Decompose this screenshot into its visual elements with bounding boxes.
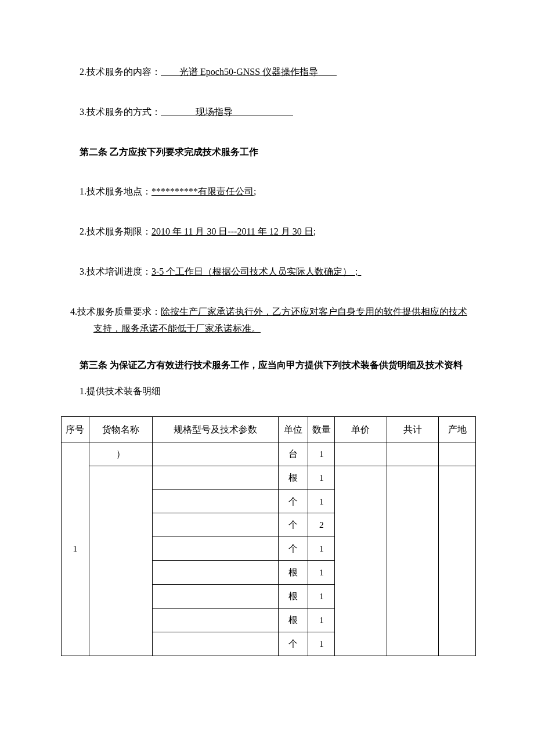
table-row: 1 ） 台 1 xyxy=(62,442,476,466)
cell-qty: 1 xyxy=(308,442,335,466)
blank-after-content xyxy=(318,67,337,77)
cell-qty: 2 xyxy=(308,513,335,537)
cell-spec xyxy=(153,489,279,513)
table-row: 根 1 xyxy=(62,466,476,489)
cell-spec xyxy=(153,585,279,609)
para-service-period: 2.技术服务期限：2010 年 11 月 30 日---2011 年 12 月 … xyxy=(61,224,476,240)
para-service-method: 3.技术服务的方式： 现场指导 xyxy=(61,104,476,121)
cell-origin xyxy=(439,442,476,466)
label-service-location: 1.技术服务地点： xyxy=(80,186,151,196)
equipment-table: 序号 货物名称 规格型号及技术参数 单位 数量 单价 共计 产地 1 ） 台 1 xyxy=(61,416,476,656)
blank-before-content xyxy=(161,67,179,77)
table-header-row: 序号 货物名称 规格型号及技术参数 单位 数量 单价 共计 产地 xyxy=(62,416,476,442)
cell-qty: 1 xyxy=(308,585,335,609)
cell-qty: 1 xyxy=(308,537,335,561)
th-origin: 产地 xyxy=(439,416,476,442)
th-qty: 数量 xyxy=(308,416,335,442)
cell-spec xyxy=(153,513,279,537)
section3-heading-bold1: 第三条 为保证乙方有效进行技术服务工作， xyxy=(80,360,258,370)
label-service-content: 2.技术服务的内容： xyxy=(80,67,161,77)
cell-qty: 1 xyxy=(308,632,335,656)
blank-after-method xyxy=(233,107,293,117)
section3-heading: 第三条 为保证乙方有效进行技术服务工作，应当向甲方提供下列技术装备供货明细及技术… xyxy=(61,353,476,377)
tail-service-period: ; xyxy=(313,226,316,236)
cell-unit: 个 xyxy=(278,537,308,561)
cell-spec xyxy=(153,537,279,561)
cell-unit: 台 xyxy=(278,442,308,466)
th-unit: 单位 xyxy=(278,416,308,442)
cell-unit: 根 xyxy=(278,466,308,489)
value-service-period: 2010 年 11 月 30 日---2011 年 12 月 30 日 xyxy=(151,226,313,236)
document-page: 2.技术服务的内容： 光谱 Epoch50-GNSS 仪器操作指导 3.技术服务… xyxy=(0,0,534,691)
cell-name xyxy=(89,466,152,656)
cell-total xyxy=(387,442,438,466)
label-quality-requirement: 4.技术服务质量要求： xyxy=(70,307,161,316)
th-seq: 序号 xyxy=(62,416,89,442)
blank-before-method xyxy=(161,107,196,117)
cell-qty: 1 xyxy=(308,609,335,632)
th-spec: 规格型号及技术参数 xyxy=(153,416,279,442)
label-training-progress: 3.技术培训进度： xyxy=(80,267,151,276)
cell-spec xyxy=(153,609,279,632)
cell-spec xyxy=(153,632,279,656)
cell-origin xyxy=(439,466,476,656)
cell-unit: 个 xyxy=(278,489,308,513)
th-price: 单价 xyxy=(335,416,387,442)
cell-name: ） xyxy=(89,442,152,466)
cell-total xyxy=(387,466,438,656)
label-service-period: 2.技术服务期限： xyxy=(80,226,151,236)
cell-qty: 1 xyxy=(308,489,335,513)
value-service-location: **********有限责任公司 xyxy=(151,186,254,196)
cell-qty: 1 xyxy=(308,561,335,585)
label-service-method: 3.技术服务的方式： xyxy=(80,107,161,117)
value-service-method: 现场指导 xyxy=(196,107,233,117)
tail-service-location: ; xyxy=(254,186,256,196)
cell-unit: 根 xyxy=(278,609,308,632)
value-training-progress: 3-5 个工作日（根据公司技术人员实际人数确定）； xyxy=(151,267,361,276)
section3-heading-bold2: 应当向甲方提供下列技术装备供货明细及技术资料 xyxy=(258,360,463,370)
cell-unit: 个 xyxy=(278,513,308,537)
th-name: 货物名称 xyxy=(89,416,152,442)
cell-spec xyxy=(153,442,279,466)
para-training-progress: 3.技术培训进度：3-5 个工作日（根据公司技术人员实际人数确定）； xyxy=(61,264,476,280)
section2-heading: 第二条 乙方应按下列要求完成技术服务工作 xyxy=(61,144,476,161)
cell-price xyxy=(335,466,387,656)
para-service-content: 2.技术服务的内容： 光谱 Epoch50-GNSS 仪器操作指导 xyxy=(61,64,476,81)
cell-spec xyxy=(153,466,279,489)
cell-seq: 1 xyxy=(62,442,89,656)
value-service-content: 光谱 Epoch50-GNSS 仪器操作指导 xyxy=(179,67,318,77)
cell-price xyxy=(335,442,387,466)
cell-spec xyxy=(153,561,279,585)
para-service-location: 1.技术服务地点：**********有限责任公司; xyxy=(61,183,476,200)
cell-qty: 1 xyxy=(308,466,335,489)
th-total: 共计 xyxy=(387,416,438,442)
section3-item1: 1.提供技术装备明细 xyxy=(61,383,476,400)
cell-unit: 根 xyxy=(278,585,308,609)
cell-unit: 根 xyxy=(278,561,308,585)
cell-unit: 个 xyxy=(278,632,308,656)
para-quality-requirement: 4.技术服务质量要求：除按生产厂家承诺执行外，乙方还应对客户自身专用的软件提供相… xyxy=(61,304,476,337)
